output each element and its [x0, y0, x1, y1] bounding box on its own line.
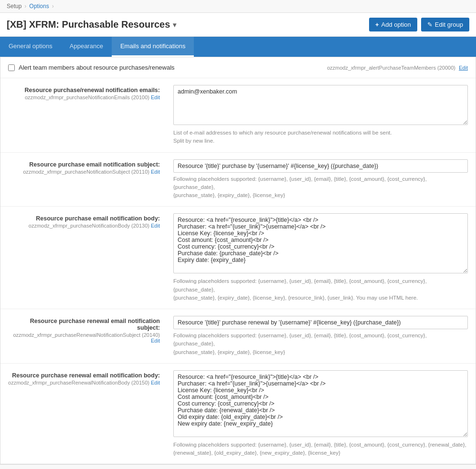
content-wrapper: Alert team members about resource purcha… — [0, 57, 476, 469]
breadcrumb-setup[interactable]: Setup — [7, 3, 21, 10]
page-title: [XB] XFRM: Purchasable Resources ▾ — [7, 19, 176, 30]
alert-checkbox-label: Alert team members about resource purcha… — [19, 64, 175, 71]
renewal-subject-row: Resource purchase renewal email notifica… — [0, 309, 476, 364]
notification-emails-row: Resource purchase/renewal notification e… — [0, 78, 476, 153]
notification-emails-label: Resource purchase/renewal notification e… — [8, 87, 160, 94]
purchase-body-row: Resource purchase email notification bod… — [0, 207, 476, 309]
notification-emails-key: ozzmodz_xfrmpr_purchaseNotificationEmail… — [25, 94, 149, 100]
plus-icon: + — [375, 21, 379, 28]
notification-emails-control: admin@xenbaker.com List of e-mail addres… — [173, 85, 468, 146]
page-header: [XB] XFRM: Purchasable Resources ▾ + Add… — [0, 13, 476, 37]
renewal-body-input[interactable]: Resource: <a href="{resource_link}">{tit… — [173, 370, 468, 437]
renewal-body-sublabel: ozzmodz_xfrmpr_purchaseRenewalNotificati… — [8, 380, 160, 386]
renewal-subject-label-col: Resource purchase renewal email notifica… — [8, 316, 166, 344]
notification-emails-input[interactable]: admin@xenbaker.com — [173, 85, 468, 125]
purchase-body-key: ozzmodz_xfrmpr_purchaseNotificationBody … — [29, 223, 149, 229]
renewal-subject-sublabel: ozzmodz_xfrmpr_purchaseRenewalNotificati… — [8, 332, 160, 344]
purchase-body-label: Resource purchase email notification bod… — [8, 215, 160, 222]
page-title-text: [XB] XFRM: Purchasable Resources — [7, 19, 170, 30]
purchase-subject-row: Resource purchase email notification sub… — [0, 153, 476, 207]
tabs: General options Appearance Emails and no… — [0, 37, 476, 57]
renewal-body-row: Resource purchase renewal email notifica… — [0, 364, 476, 464]
renewal-body-edit[interactable]: Edit — [151, 380, 160, 386]
breadcrumb-options[interactable]: Options — [29, 3, 49, 10]
page-title-caret[interactable]: ▾ — [173, 21, 176, 29]
content: Alert team members about resource purcha… — [0, 57, 476, 464]
tab-general[interactable]: General options — [0, 37, 61, 57]
notification-emails-label-col: Resource purchase/renewal notification e… — [8, 85, 166, 100]
form-footer: 💾 Save — [0, 464, 476, 469]
breadcrumb-sep1: › — [24, 3, 26, 10]
renewal-subject-input[interactable] — [173, 316, 468, 329]
renewal-subject-edit[interactable]: Edit — [151, 338, 160, 344]
purchase-subject-edit[interactable]: Edit — [151, 169, 160, 175]
alert-checkbox-row: Alert team members about resource purcha… — [0, 57, 476, 78]
renewal-body-key: ozzmodz_xfrmpr_purchaseRenewalNotificati… — [8, 380, 149, 386]
renewal-subject-label: Resource purchase renewal email notifica… — [8, 318, 160, 331]
edit-icon: ✎ — [427, 21, 433, 28]
purchase-subject-sublabel: ozzmodz_xfrmpr_purchaseNotificationSubje… — [8, 169, 160, 175]
renewal-body-help: Following placeholders supported: {usern… — [173, 441, 468, 458]
tab-emails[interactable]: Emails and notifications — [112, 37, 194, 57]
header-buttons: + Add option ✎ Edit group — [369, 18, 469, 31]
purchase-subject-label-col: Resource purchase email notification sub… — [8, 159, 166, 175]
purchase-subject-control: Following placeholders supported: {usern… — [173, 159, 468, 200]
purchase-subject-label: Resource purchase email notification sub… — [8, 161, 160, 168]
renewal-subject-control: Following placeholders supported: {usern… — [173, 316, 468, 356]
purchase-body-help: Following placeholders supported: {usern… — [173, 277, 468, 302]
edit-group-button[interactable]: ✎ Edit group — [421, 18, 469, 31]
alert-checkbox[interactable] — [8, 64, 15, 71]
purchase-body-sublabel: ozzmodz_xfrmpr_purchaseNotificationBody … — [8, 223, 160, 229]
alert-key-label: ozzmodz_xfrmpr_alertPurchaseTeamMembers … — [327, 65, 468, 71]
notification-emails-edit[interactable]: Edit — [151, 94, 160, 100]
purchase-body-input[interactable]: Resource: <a href="{resource_link}">{tit… — [173, 213, 468, 273]
add-option-button[interactable]: + Add option — [369, 18, 417, 31]
tab-appearance[interactable]: Appearance — [61, 37, 112, 57]
purchase-subject-help: Following placeholders supported: {usern… — [173, 175, 468, 200]
purchase-body-edit[interactable]: Edit — [151, 223, 160, 229]
purchase-body-label-col: Resource purchase email notification bod… — [8, 213, 166, 229]
add-option-label: Add option — [381, 21, 411, 28]
renewal-body-label: Resource purchase renewal email notifica… — [8, 372, 160, 379]
breadcrumb-sep2: › — [52, 3, 54, 10]
renewal-subject-key: ozzmodz_xfrmpr_purchaseRenewalNotificati… — [13, 332, 160, 338]
edit-group-label: Edit group — [435, 21, 463, 28]
purchase-subject-input[interactable] — [173, 159, 468, 173]
notification-emails-sublabel: ozzmodz_xfrmpr_purchaseNotificationEmail… — [8, 94, 160, 100]
purchase-subject-key: ozzmodz_xfrmpr_purchaseNotificationSubje… — [23, 169, 149, 175]
purchase-body-control: Resource: <a href="{resource_link}">{tit… — [173, 213, 468, 302]
renewal-body-label-col: Resource purchase renewal email notifica… — [8, 370, 166, 386]
alert-key-text: ozzmodz_xfrmpr_alertPurchaseTeamMembers … — [327, 65, 455, 71]
notification-emails-help: List of e-mail addresses to which any re… — [173, 129, 468, 146]
alert-edit-link[interactable]: Edit — [459, 65, 468, 71]
breadcrumb: Setup › Options › — [0, 0, 476, 13]
renewal-body-control: Resource: <a href="{resource_link}">{tit… — [173, 370, 468, 458]
renewal-subject-help: Following placeholders supported: {usern… — [173, 332, 468, 356]
